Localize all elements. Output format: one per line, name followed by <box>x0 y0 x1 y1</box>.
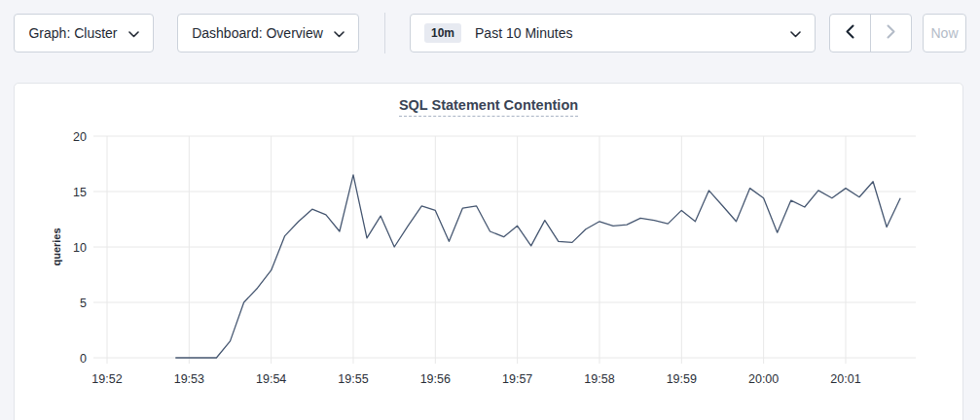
y-tick-label: 15 <box>73 186 87 199</box>
x-tick-label: 19:56 <box>420 372 451 386</box>
y-tick-label: 5 <box>80 297 87 310</box>
x-tick-label: 20:01 <box>830 372 860 386</box>
x-tick-label: 19:58 <box>584 372 614 386</box>
now-button-label: Now <box>930 25 958 41</box>
now-button[interactable]: Now <box>923 14 966 52</box>
graph-dropdown[interactable]: Graph: Cluster <box>14 14 154 52</box>
x-tick-label: 19:55 <box>338 372 368 386</box>
time-range-dropdown[interactable]: 10m Past 10 Minutes <box>410 14 816 52</box>
time-step-buttons <box>829 14 912 52</box>
chevron-down-icon <box>790 25 801 41</box>
x-tick-label: 20:00 <box>748 372 779 386</box>
y-axis-title: queries <box>51 228 62 265</box>
y-tick-label: 20 <box>73 130 87 144</box>
previous-time-button[interactable] <box>830 15 871 52</box>
next-time-button[interactable] <box>871 15 911 52</box>
chevron-down-icon <box>334 25 345 41</box>
y-tick-label: 0 <box>80 352 87 366</box>
time-range-badge: 10m <box>424 23 461 43</box>
chart-title[interactable]: SQL Statement Contention <box>399 97 578 117</box>
toolbar-divider <box>384 13 385 53</box>
chevron-down-icon <box>128 25 139 41</box>
toolbar: Graph: Cluster Dashboard: Overview 10m P… <box>0 0 980 68</box>
dashboard-dropdown[interactable]: Dashboard: Overview <box>177 14 359 52</box>
x-tick-label: 19:53 <box>174 372 204 386</box>
chevron-right-icon <box>887 24 895 42</box>
chevron-left-icon <box>846 24 854 42</box>
graph-dropdown-label: Graph: Cluster <box>28 25 117 41</box>
time-range-label: Past 10 Minutes <box>475 25 572 41</box>
x-tick-label: 19:54 <box>256 372 286 386</box>
x-tick-label: 19:57 <box>502 372 532 386</box>
x-tick-label: 19:52 <box>91 372 122 386</box>
y-tick-label: 10 <box>73 241 87 255</box>
dashboard-dropdown-label: Dashboard: Overview <box>192 25 323 41</box>
series-line-queries <box>175 175 900 358</box>
sql-statement-contention-chart[interactable]: 0510152019:5219:5319:5419:5519:5619:5719… <box>15 84 964 404</box>
x-tick-label: 19:59 <box>667 372 697 386</box>
chart-card: SQL Statement Contention 0510152019:5219… <box>14 83 963 420</box>
